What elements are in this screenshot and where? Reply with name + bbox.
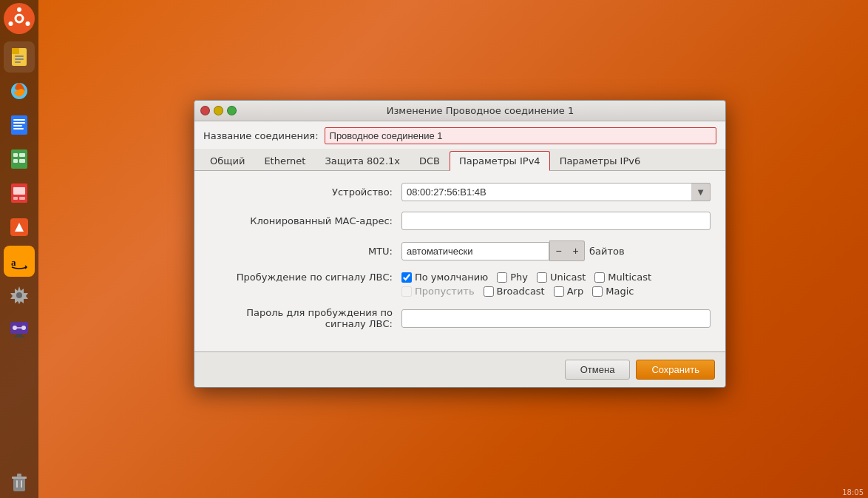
tab-security[interactable]: Защита 802.1x [315,151,410,170]
mtu-decrease-button[interactable]: − [549,240,567,261]
dialog-title: Изменение Проводное соединение 1 [241,105,719,116]
wol-multicast-item: Multicast [594,272,651,283]
taskbar-time: 18:05 [838,487,868,498]
svg-rect-32 [14,336,24,337]
device-select[interactable]: 08:00:27:56:B1:4B [401,183,711,201]
dialog-window: Изменение Проводное соединение 1 Названи… [194,100,726,388]
trash-icon[interactable] [4,467,35,498]
device-label: Устройство: [209,186,401,198]
tab-dcb[interactable]: DCB [410,151,450,170]
desktop: Изменение Проводное соединение 1 Названи… [38,0,868,498]
svg-rect-38 [16,480,18,488]
mac-input[interactable] [401,212,711,230]
svg-rect-15 [13,128,24,129]
dialog-body: Устройство: 08:00:27:56:B1:4B ▼ Клониров… [194,171,725,351]
tab-general[interactable]: Общий [200,151,254,170]
libreoffice-calc-icon[interactable] [4,144,35,175]
svg-rect-14 [13,125,22,127]
titlebar: Изменение Проводное соединение 1 [194,101,725,121]
sidebar: a [0,0,38,498]
tab-ipv4[interactable]: Параметры IPv4 [450,151,550,171]
wol-unicast-item: Unicast [537,272,586,283]
svg-rect-35 [13,478,25,491]
svg-rect-12 [13,119,25,121]
svg-rect-20 [19,159,25,163]
system-settings-icon[interactable] [4,280,35,311]
wol-checkboxes: По умолчанию Phy Unicast Multicast [401,272,651,297]
wol-phy-checkbox[interactable] [497,272,507,283]
mtu-input[interactable] [401,242,549,260]
svg-rect-23 [13,197,18,200]
wol-default-checkbox[interactable] [401,272,412,283]
libreoffice-impress-icon[interactable] [4,178,35,209]
wol-default-item: По умолчанию [401,272,488,283]
conn-name-input[interactable] [325,127,716,144]
wol-unicast-label: Unicast [550,272,586,283]
wol-skip-item: Пропустить [401,286,475,297]
svg-point-3 [9,21,13,26]
tab-ethernet[interactable]: Ethernet [254,151,315,170]
wol-broadcast-label: Broadcast [497,286,545,297]
svg-rect-24 [19,197,25,200]
mtu-increase-button[interactable]: + [567,240,585,261]
svg-rect-37 [17,474,21,477]
svg-rect-19 [13,159,18,163]
conn-name-row: Название соединения: [194,121,725,149]
mac-label: Клонированный МАС-адрес: [209,215,401,226]
svg-rect-31 [16,334,22,336]
minimize-button[interactable] [214,106,223,115]
svg-rect-6 [12,48,19,54]
conn-name-label: Название соединения: [203,130,319,141]
firefox-icon[interactable] [4,75,35,107]
device-row: Устройство: 08:00:27:56:B1:4B ▼ [209,183,711,201]
svg-rect-16 [11,149,27,169]
dialog-footer: Отмена Сохранить [194,351,725,387]
svg-point-2 [17,7,21,12]
close-button[interactable] [200,106,210,115]
save-button[interactable]: Сохранить [636,360,715,380]
tabs: Общий Ethernet Защита 802.1x DCB Парамет… [194,149,725,171]
device-select-wrapper: 08:00:27:56:B1:4B ▼ [401,183,711,201]
wol-default-label: По умолчанию [415,272,488,283]
ubuntu-icon[interactable] [4,3,35,34]
wol-phy-label: Phy [510,272,528,283]
tab-ipv6[interactable]: Параметры IPv6 [550,151,651,170]
svg-rect-9 [15,61,21,63]
files-icon[interactable] [4,41,35,73]
cancel-button[interactable]: Отмена [565,360,631,380]
wol-row: Пробуждение по сигналу ЛВС: По умолчанию… [209,272,711,297]
wol-broadcast-item: Broadcast [484,286,545,297]
wol-arp-checkbox[interactable] [554,286,564,297]
wol-magic-item: Magic [592,286,634,297]
wol-multicast-checkbox[interactable] [594,272,605,283]
wol-magic-checkbox[interactable] [592,286,603,297]
remote-desktop-icon[interactable] [4,314,35,345]
libreoffice-writer-icon[interactable] [4,110,35,141]
svg-rect-22 [13,187,25,195]
svg-rect-7 [15,55,24,57]
wol-line-1: По умолчанию Phy Unicast Multicast [401,272,651,283]
svg-rect-13 [13,122,25,124]
svg-point-33 [13,326,17,330]
wol-password-row: Пароль для пробуждения по сигналу ЛВС: [209,307,711,329]
wol-skip-label: Пропустить [415,286,475,297]
titlebar-buttons [200,106,237,115]
wol-magic-label: Magic [606,286,634,297]
software-center-icon[interactable] [4,212,35,243]
wol-password-input[interactable] [401,309,711,328]
mac-row: Клонированный МАС-адрес: [209,212,711,230]
svg-point-4 [26,21,30,26]
maximize-button[interactable] [227,106,237,115]
wol-broadcast-checkbox[interactable] [484,286,494,297]
wol-unicast-checkbox[interactable] [537,272,547,283]
amazon-icon[interactable]: a [4,246,35,277]
wol-skip-checkbox[interactable] [401,286,412,297]
wol-phy-item: Phy [497,272,528,283]
wol-arp-label: Arp [567,286,584,297]
wol-password-label: Пароль для пробуждения по сигналу ЛВС: [209,307,401,329]
wol-line-2: Пропустить Broadcast Arp Magic [401,286,651,297]
svg-point-34 [21,326,26,330]
mtu-unit: байтов [589,246,625,257]
wol-multicast-label: Multicast [608,272,651,283]
mtu-row: MTU: − + байтов [209,240,711,261]
